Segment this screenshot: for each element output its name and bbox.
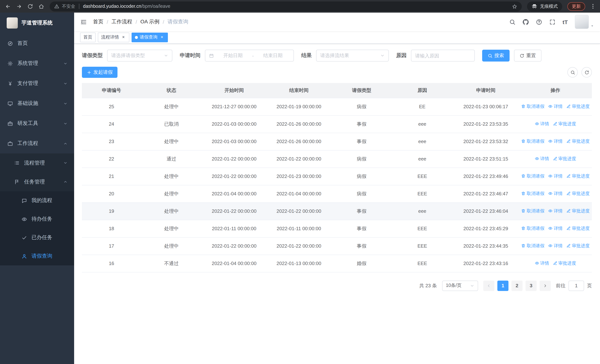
search-button[interactable]: 搜索	[482, 50, 510, 62]
detail-action-link[interactable]: 详情	[548, 103, 562, 110]
cell-apply-id: 18	[82, 220, 141, 237]
browser-menu-icon[interactable]	[590, 3, 596, 10]
browser-back-button[interactable]	[3, 1, 13, 11]
column-header-end-time: 结束时间	[266, 83, 331, 98]
cancel-action-link[interactable]: 取消请假	[521, 243, 544, 249]
sidebar-item-task-management[interactable]: 任务管理	[0, 172, 74, 191]
edit-icon	[553, 261, 557, 266]
cell-reason: eee	[392, 150, 452, 168]
cancel-action-link[interactable]: 取消请假	[521, 138, 544, 145]
progress-action-link[interactable]: 审批进度	[566, 225, 590, 232]
browser-update-button[interactable]: 更新	[567, 2, 585, 10]
breadcrumb-item[interactable]: 首页	[93, 19, 103, 25]
leave-row-16: 16不通过2022-01-04 00:00:002022-01-13 00:00…	[82, 255, 592, 272]
sidebar-item-todo-tasks[interactable]: 待办任务	[0, 210, 74, 228]
detail-action-link[interactable]: 详情	[548, 225, 562, 232]
tab-leave-query[interactable]: 请假查询×	[131, 32, 168, 42]
detail-action-link[interactable]: 详情	[534, 156, 549, 162]
github-icon[interactable]	[523, 19, 529, 25]
progress-action-link[interactable]: 审批进度	[553, 121, 576, 127]
cancel-action-link[interactable]: 取消请假	[521, 208, 544, 214]
detail-action-link[interactable]: 详情	[534, 260, 549, 267]
sidebar-item-infrastructure[interactable]: 基础设施	[0, 93, 74, 113]
avatar[interactable]	[575, 15, 589, 29]
sidebar-item-payment-management[interactable]: 支付管理	[0, 73, 74, 93]
bookmark-star-icon[interactable]	[512, 3, 517, 9]
eye-icon	[548, 191, 553, 196]
sidebar-item-home[interactable]: 首页	[0, 33, 74, 53]
cancel-action-link[interactable]: 取消请假	[521, 191, 544, 197]
progress-action-link[interactable]: 审批进度	[553, 260, 576, 267]
detail-action-link[interactable]: 详情	[548, 138, 562, 145]
sidebar-item-my-process[interactable]: 我的流程	[0, 191, 74, 210]
security-label[interactable]: 不安全	[62, 3, 75, 9]
sidebar-item-leave-query[interactable]: 请假查询	[0, 247, 74, 265]
refresh-table-button[interactable]	[581, 67, 592, 77]
close-icon[interactable]: ×	[159, 35, 165, 40]
page-button-1[interactable]: 1	[497, 280, 508, 291]
sidebar-collapse-icon[interactable]	[80, 18, 87, 25]
search-toggle-button[interactable]	[567, 67, 578, 77]
sidebar-item-workflow[interactable]: 工作流程	[0, 133, 74, 153]
cancel-action-link[interactable]: 取消请假	[521, 103, 544, 110]
leave-type-select[interactable]: 请选择请假类型	[107, 50, 172, 62]
toolbar-right	[567, 67, 592, 77]
browser-forward-button[interactable]	[14, 1, 24, 11]
detail-action-link[interactable]: 详情	[548, 208, 562, 214]
create-leave-button[interactable]: 发起请假	[82, 67, 117, 78]
breadcrumb-item: 请假查询	[168, 19, 188, 25]
tab-process-detail[interactable]: 流程详情×	[98, 32, 129, 42]
browser-reload-button[interactable]	[25, 1, 35, 11]
logo[interactable]: 芋道管理系统	[0, 13, 74, 33]
sidebar-item-label: 流程管理	[24, 159, 45, 166]
result-filter: 结果 请选择流结果	[301, 50, 389, 62]
progress-action-link[interactable]: 审批进度	[566, 173, 590, 179]
leave-table-body: 25处理中2021-12-27 00:00:002022-01-19 00:00…	[82, 98, 592, 272]
breadcrumb-item[interactable]: OA 示例	[141, 19, 159, 25]
sidebar-item-system-management[interactable]: 系统管理	[0, 53, 74, 73]
apply-time-range-picker[interactable]: 开始日期 - 结束日期	[205, 50, 294, 62]
next-page-button[interactable]	[540, 280, 551, 291]
progress-action-link[interactable]: 审批进度	[566, 243, 590, 249]
progress-action-link[interactable]: 审批进度	[566, 191, 590, 197]
progress-action-link[interactable]: 审批进度	[566, 138, 590, 145]
detail-action-link[interactable]: 详情	[534, 121, 549, 127]
tab-home[interactable]: 首页	[80, 32, 96, 42]
cell-start-time: 2022-01-22 00:00:00	[202, 237, 267, 255]
result-select[interactable]: 请选择流结果	[316, 50, 389, 62]
detail-action-link[interactable]: 详情	[548, 173, 562, 179]
chevron-down-icon	[63, 61, 67, 65]
page-button-2[interactable]: 2	[511, 280, 523, 291]
cancel-action-link[interactable]: 取消请假	[521, 173, 544, 179]
reset-button[interactable]: 重置	[514, 50, 542, 62]
cell-reason: EEE	[392, 168, 452, 185]
page-button-3[interactable]: 3	[525, 280, 537, 291]
user-menu[interactable]	[575, 15, 594, 29]
page-size-select[interactable]: 10条/页	[442, 280, 478, 291]
help-icon[interactable]	[536, 19, 542, 25]
cell-apply-id: 23	[82, 133, 141, 150]
fullscreen-icon[interactable]	[549, 19, 555, 25]
prev-page-button[interactable]	[483, 280, 494, 291]
action-label: 取消请假	[527, 103, 544, 110]
progress-action-link[interactable]: 审批进度	[566, 103, 590, 110]
search-icon[interactable]	[509, 19, 516, 25]
goto-page-input[interactable]	[569, 280, 584, 291]
sidebar-item-done-tasks[interactable]: 已办任务	[0, 228, 74, 247]
cell-actions: 取消请假详情审批进度	[519, 237, 592, 255]
action-label: 详情	[554, 243, 562, 249]
cancel-action-link[interactable]: 取消请假	[521, 225, 544, 232]
eye-icon	[21, 216, 27, 222]
progress-action-link[interactable]: 审批进度	[566, 208, 590, 214]
sidebar-item-dev-tools[interactable]: 研发工具	[0, 113, 74, 133]
detail-action-link[interactable]: 详情	[548, 191, 562, 197]
font-size-icon[interactable]: tT	[562, 19, 568, 25]
reason-input[interactable]	[411, 50, 475, 62]
detail-action-link[interactable]: 详情	[548, 243, 562, 249]
close-icon[interactable]: ×	[121, 35, 126, 40]
progress-action-link[interactable]: 审批进度	[553, 156, 576, 162]
breadcrumb-item[interactable]: 工作流程	[112, 19, 132, 25]
sidebar-item-process-management[interactable]: 流程管理	[0, 153, 74, 172]
browser-home-button[interactable]	[36, 1, 46, 11]
address-bar[interactable]: 不安全 dashboard.yudao.iocoder.cn/bpm/oa/le…	[50, 1, 522, 11]
